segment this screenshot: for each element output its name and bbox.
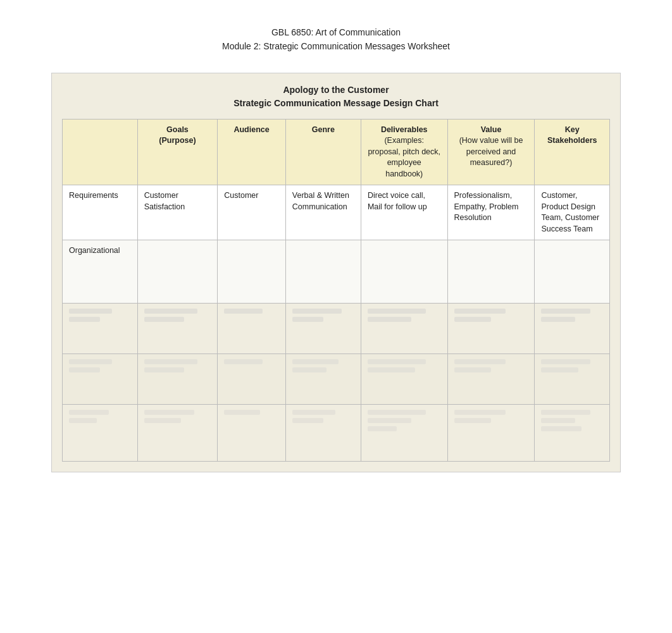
row-genre-organizational	[285, 240, 361, 304]
row-goals-organizational	[137, 240, 218, 304]
header-row-type	[63, 119, 138, 185]
row-value-requirements: Professionalism, Empathy, Problem Resolu…	[447, 185, 535, 240]
row-goals-requirements: Customer Satisfaction	[137, 185, 218, 240]
row-value-blurred2	[447, 354, 535, 405]
chart-title: Apology to the Customer Strategic Commun…	[62, 83, 610, 110]
row-deliverables-blurred3	[361, 405, 447, 462]
row-value-organizational	[447, 240, 535, 304]
row-audience-blurred2	[218, 354, 286, 405]
chart-container: Apology to the Customer Strategic Commun…	[51, 73, 621, 473]
row-goals-blurred1	[137, 304, 218, 354]
row-label-blurred3	[63, 405, 138, 462]
row-value-blurred1	[447, 304, 535, 354]
row-goals-blurred3	[137, 405, 218, 462]
row-label-requirements: Requirements	[63, 185, 138, 240]
header-goals: Goals (Purpose)	[137, 119, 218, 185]
row-deliverables-organizational	[361, 240, 447, 304]
row-genre-blurred2	[285, 354, 361, 405]
row-deliverables-requirements: Direct voice call, Mail for follow up	[361, 185, 447, 240]
row-stakeholders-blurred2	[535, 354, 610, 405]
row-audience-organizational	[218, 240, 286, 304]
table-row: Organizational	[63, 240, 610, 304]
row-audience-requirements: Customer	[218, 185, 286, 240]
table-row	[63, 405, 610, 462]
table-row	[63, 304, 610, 354]
row-stakeholders-blurred1	[535, 304, 610, 354]
row-label-organizational: Organizational	[63, 240, 138, 304]
communication-chart: Goals (Purpose) Audience Genre Deliverab…	[62, 119, 610, 462]
row-stakeholders-requirements: Customer, Product Design Team, Customer …	[535, 185, 610, 240]
row-value-blurred3	[447, 405, 535, 462]
page-title: GBL 6850: Art of Communication Module 2:…	[222, 25, 450, 54]
row-genre-blurred1	[285, 304, 361, 354]
row-genre-blurred3	[285, 405, 361, 462]
row-audience-blurred1	[218, 304, 286, 354]
header-stakeholders: Key Stakeholders	[535, 119, 610, 185]
row-label-blurred1	[63, 304, 138, 354]
header-deliverables: Deliverables (Examples: proposal, pitch …	[361, 119, 447, 185]
header-audience: Audience	[218, 119, 286, 185]
header-genre: Genre	[285, 119, 361, 185]
row-deliverables-blurred2	[361, 354, 447, 405]
table-row	[63, 354, 610, 405]
row-deliverables-blurred1	[361, 304, 447, 354]
header-value: Value (How value will be perceived and m…	[447, 119, 535, 185]
row-audience-blurred3	[218, 405, 286, 462]
row-stakeholders-organizational	[535, 240, 610, 304]
row-genre-requirements: Verbal & Written Communication	[285, 185, 361, 240]
row-goals-blurred2	[137, 354, 218, 405]
table-row: Requirements Customer Satisfaction Custo…	[63, 185, 610, 240]
row-stakeholders-blurred3	[535, 405, 610, 462]
row-label-blurred2	[63, 354, 138, 405]
